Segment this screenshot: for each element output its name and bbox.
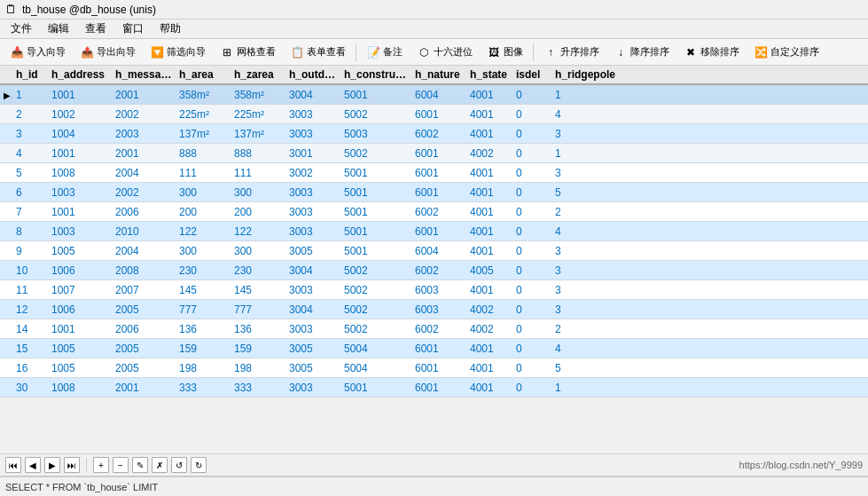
table-row[interactable]: 810032010122122300350016001400104 (0, 222, 868, 241)
toolbar-btn-自定义排序[interactable]: 🔀自定义排序 (747, 43, 825, 62)
col-h_construction[interactable]: h_construction (340, 68, 411, 81)
toolbar-btn-十六进位[interactable]: ⬡十六进位 (411, 43, 479, 62)
cell-h_area: 300 (176, 245, 231, 257)
cell-h_nature: 6004 (411, 89, 466, 101)
menu-item-帮助[interactable]: 帮助 (152, 20, 188, 38)
menu-item-查看[interactable]: 查看 (78, 20, 113, 38)
row-arrow-icon: ▶ (4, 89, 12, 101)
table-row[interactable]: 210022002225m²225m²300350026001400104 (0, 105, 868, 124)
table-row[interactable]: 1110072007145145300350026003400103 (0, 280, 868, 300)
nav-btn-2[interactable]: ▶ (44, 457, 60, 473)
col-h_zarea[interactable]: h_zarea (231, 68, 285, 81)
cell-h_message: 2002 (112, 108, 176, 121)
cell-h_state: 4001 (466, 206, 512, 218)
cell-h_address: 1007 (48, 284, 112, 296)
remove-btn[interactable]: − (113, 457, 129, 473)
cell-h_ridgepole: 1 (551, 382, 622, 394)
toolbar-btn-导入向导[interactable]: 📥导入向导 (4, 43, 72, 62)
cell-h_nature: 6001 (411, 342, 466, 355)
cell-h_id: 1 (12, 89, 48, 101)
cell-h_ridgepole: 1 (551, 89, 622, 101)
cell-h_ridgepole: 3 (551, 303, 622, 316)
cell-h_nature: 6002 (411, 206, 466, 218)
table-row[interactable]: 3010082001333333300350016001400101 (0, 378, 868, 398)
cell-h_outdoors: 3003 (285, 186, 340, 199)
cell-h_construction: 5001 (340, 225, 411, 238)
toolbar-btn-移除排序[interactable]: ✖移除排序 (677, 43, 746, 62)
col-h_address[interactable]: h_address (48, 68, 112, 81)
cell-h_state: 4001 (466, 382, 512, 394)
add-btn[interactable]: + (93, 457, 109, 473)
cancel-btn[interactable]: ✗ (152, 457, 168, 473)
cell-h_address: 1003 (48, 186, 112, 199)
cell-h_address: 1005 (48, 362, 112, 374)
col-isdel[interactable]: isdel (512, 68, 551, 81)
nav-btn-0[interactable]: ⏮ (5, 457, 21, 473)
cell-isdel: 0 (512, 342, 551, 355)
toolbar-btn-降序排序[interactable]: ↓降序排序 (607, 43, 676, 62)
undo-btn[interactable]: ↺ (171, 457, 187, 473)
table-row[interactable]: 1410012006136136300350026002400202 (0, 319, 868, 339)
col-h_message[interactable]: h_message (112, 68, 176, 81)
cell-h_construction: 5004 (340, 342, 411, 355)
cell-h_zarea: 225m² (231, 108, 285, 121)
toolbar-separator (533, 43, 534, 61)
cell-h_area: 333 (176, 382, 231, 394)
table-row[interactable]: 1510052005159159300550046001400104 (0, 339, 868, 358)
cell-h_address: 1008 (48, 382, 112, 394)
toolbar-btn-表单查看[interactable]: 📋表单查看 (284, 43, 352, 62)
cell-h_area: 136 (176, 323, 231, 335)
cell-h_area: 122 (176, 225, 231, 238)
app-icon: 🗒 (5, 3, 17, 16)
nav-bar: ⏮◀▶⏭+−✎✗↺↻https://blog.csdn.net/Y_9999 (0, 453, 868, 476)
toolbar-btn-网格查看[interactable]: ⊞网格查看 (214, 43, 282, 62)
cell-h_state: 4001 (466, 225, 512, 238)
cell-h_message: 2001 (112, 147, 176, 160)
cell-isdel: 0 (512, 362, 551, 374)
nav-btn-3[interactable]: ⏭ (64, 457, 80, 473)
toolbar-separator (356, 43, 356, 61)
col-h_id[interactable]: h_id (12, 68, 48, 81)
col-h_ridgepole[interactable]: h_ridgepole (551, 68, 622, 81)
cell-h_area: 145 (176, 284, 231, 296)
table-row[interactable]: 610032002300300300350016001400105 (0, 183, 868, 202)
table-row[interactable]: 1010062008230230300450026002400503 (0, 261, 868, 280)
table-row[interactable]: 710012006200200300350016002400102 (0, 202, 868, 222)
toolbar-btn-label: 导出向导 (97, 45, 136, 59)
toolbar-btn-备注[interactable]: 📝备注 (360, 43, 409, 62)
cell-h_zarea: 888 (231, 147, 285, 160)
col-h_outdoors[interactable]: h_outdoors (285, 68, 340, 81)
menu-item-文件[interactable]: 文件 (4, 20, 39, 38)
cell-h_ridgepole: 3 (551, 264, 622, 277)
col-h_nature[interactable]: h_nature (411, 68, 466, 81)
table-row[interactable]: 510082004111111300250016001400103 (0, 163, 868, 183)
menu-item-窗口[interactable]: 窗口 (115, 20, 151, 38)
table-row[interactable]: 1610052005198198300550046001400105 (0, 358, 868, 378)
table-row[interactable]: 1210062005777777300450026003400203 (0, 300, 868, 319)
toolbar-btn-导出向导[interactable]: 📤导出向导 (74, 43, 142, 62)
cell-h_address: 1001 (48, 89, 112, 101)
cell-h_outdoors: 3003 (285, 128, 340, 140)
nav-btn-1[interactable]: ◀ (25, 457, 41, 473)
cell-h_message: 2002 (112, 186, 176, 199)
cell-h_state: 4001 (466, 362, 512, 374)
toolbar-btn-筛选向导[interactable]: 🔽筛选向导 (144, 43, 212, 62)
cell-h_zarea: 111 (231, 167, 285, 179)
cell-h_ridgepole: 3 (551, 284, 622, 296)
table-row[interactable]: ▶110012001358m²358m²300450016004400101 (0, 85, 868, 105)
table-row[interactable]: 310042003137m²137m²300350036002400103 (0, 124, 868, 144)
toolbar-btn-升序排序[interactable]: ↑升序排序 (537, 43, 606, 62)
table-row[interactable]: 410012001888888300150026001400201 (0, 144, 868, 163)
redo-btn[interactable]: ↻ (191, 457, 207, 473)
cell-h_area: 159 (176, 342, 231, 355)
cell-h_outdoors: 3005 (285, 362, 340, 374)
cell-h_zarea: 159 (231, 342, 285, 355)
col-h_state[interactable]: h_state (466, 68, 512, 81)
cell-h_area: 137m² (176, 128, 231, 140)
col-h_area[interactable]: h_area (176, 68, 231, 81)
menu-item-编辑[interactable]: 编辑 (41, 20, 76, 38)
cell-h_message: 2006 (112, 206, 176, 218)
table-row[interactable]: 910052004300300300550016004400103 (0, 241, 868, 261)
edit-btn[interactable]: ✎ (132, 457, 148, 473)
toolbar-btn-图像[interactable]: 🖼图像 (481, 43, 529, 62)
